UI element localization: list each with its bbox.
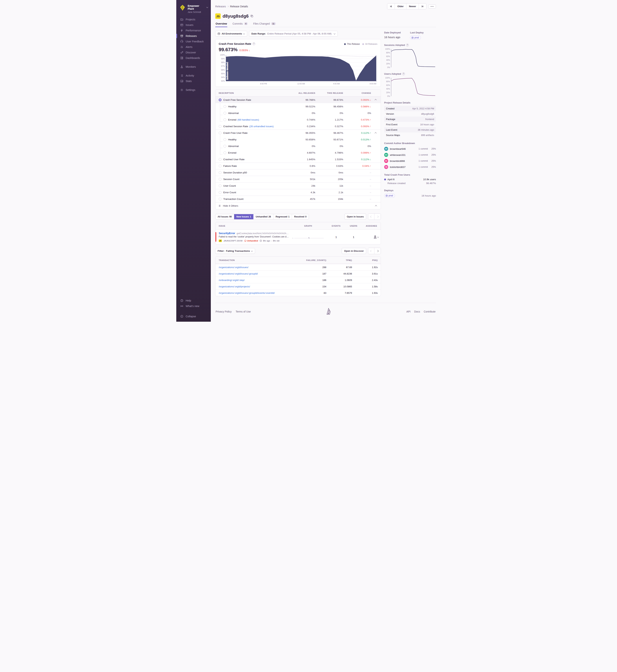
tab-new-issues[interactable]: New Issues1 — [234, 214, 253, 219]
metric-row-crash-free-user-rate[interactable]: Crash Free User Rate 98.355%98.467% 0.11… — [215, 129, 381, 136]
collapse-section-button[interactable] — [371, 132, 381, 134]
metric-radio[interactable] — [219, 198, 221, 201]
legend-this-release[interactable]: This Release — [344, 43, 360, 45]
metric-row-failure-rate[interactable]: Failure Rate 0.6%0.63% 0.04%↑ — [215, 162, 381, 169]
metric-radio[interactable] — [223, 145, 226, 147]
sidebar-item-user-feedback[interactable]: User Feedback — [176, 39, 211, 44]
metric-row-crashed-user-rate[interactable]: Crashed User Rate 1.645%1.533% 0.112%↓ — [215, 156, 381, 162]
prev-page-button[interactable] — [368, 248, 374, 254]
sidebar-item-dashboards[interactable]: Dashboards — [176, 55, 211, 61]
transaction-link[interactable]: /organizations/:orgId/issues/:groupId/ev… — [219, 292, 275, 294]
artifacts-link[interactable]: 899 artifacts — [421, 134, 434, 136]
tab-files-changed[interactable]: Files Changed11 — [253, 22, 276, 27]
sidebar-item-projects[interactable]: Projects — [176, 17, 211, 22]
metric-row-errored-users[interactable]: Errored 4.697%4.796% 0.099%↑ — [215, 149, 381, 156]
transactions-filter-selector[interactable]: Filter: Failing Transactions — [215, 248, 255, 254]
issue-title-link[interactable]: SecurityError — [219, 232, 235, 235]
crash-free-session-chart[interactable]: 100%99%98%97%96%95%94%93%8:00 PM12:00 AM… — [219, 54, 377, 85]
transaction-row[interactable]: /organizations/:orgId/issues/ 28867.691.… — [215, 264, 381, 270]
transaction-row[interactable]: /organizations/:orgId/issues/:groupId/ev… — [215, 290, 381, 296]
transaction-row[interactable]: /onboarding/:orgId/:step/ 1861.06092.43s — [215, 277, 381, 283]
unhandled-issues-link[interactable]: (26 unhandled issues) — [249, 125, 274, 128]
transaction-row[interactable]: /organizations/:orgId/issues/:groupId/ 1… — [215, 270, 381, 277]
metric-row-abnormal-users[interactable]: Abnormal 0%0% 0% — [215, 143, 381, 149]
sidebar-item-settings[interactable]: Settings — [176, 87, 211, 93]
sidebar-item-releases[interactable]: Releases — [176, 33, 211, 39]
tab-resolved[interactable]: Resolved0 — [292, 214, 309, 219]
metric-radio[interactable] — [219, 178, 221, 181]
org-switcher[interactable]: Empower Plant Jane Schmidt — [176, 3, 211, 17]
metric-row-healthy[interactable]: Healthy 99.022%98.456% 0.566%↓ — [215, 103, 381, 110]
open-in-discover-button[interactable]: Open in Discover — [342, 248, 366, 254]
sidebar-item-help[interactable]: Help — [176, 298, 211, 303]
newer-button[interactable]: Newer — [406, 3, 419, 9]
hide-others-button[interactable]: Hide 4 Others — [215, 202, 381, 209]
more-options-button[interactable] — [428, 4, 436, 8]
terms-of-use-link[interactable]: Terms of Use — [236, 310, 251, 313]
metric-row-errored[interactable]: Errored(68 handled issues) 0.744%1.217% … — [215, 116, 381, 123]
metric-radio[interactable] — [223, 112, 226, 114]
copy-version-button[interactable] — [250, 15, 253, 18]
metric-row-error-count[interactable]: Error Count 4.3k2.1k – — [215, 189, 381, 196]
metric-row-user-count[interactable]: User Count 24k11k – — [215, 183, 381, 189]
transaction-row[interactable]: /organizations/:orgId/projects/ 15410.08… — [215, 283, 381, 290]
next-page-button[interactable] — [374, 214, 381, 220]
transaction-link[interactable]: /onboarding/:orgId/:step/ — [219, 279, 245, 282]
older-button[interactable]: Older — [395, 3, 406, 9]
metric-row-healthy-users[interactable]: Healthy 93.658%93.671% 0.013%↑ — [215, 136, 381, 143]
metric-radio[interactable] — [223, 105, 226, 108]
metric-row-crash-free-session-rate[interactable]: Crash Free Session Rate 99.766%99.673% 0… — [215, 96, 381, 103]
prod-deploy-badge[interactable]: prod — [410, 36, 421, 40]
metric-row-abnormal[interactable]: Abnormal 0%0% 0% — [215, 110, 381, 116]
legend-all-releases[interactable]: All Releases — [362, 43, 377, 45]
sidebar-item-activity[interactable]: Activity — [176, 73, 211, 78]
metric-radio[interactable] — [219, 171, 221, 174]
assignee-selector[interactable] — [362, 235, 381, 239]
tab-all-issues[interactable]: All Issues90 — [215, 214, 234, 219]
collapse-section-button[interactable] — [371, 99, 381, 100]
open-in-issues-button[interactable]: Open in Issues — [345, 214, 366, 220]
sidebar-item-stats[interactable]: Stats — [176, 78, 211, 84]
metric-row-transaction-count[interactable]: Transaction Count 457k194k – — [215, 196, 381, 202]
sessions-adopted-chart[interactable]: 100%80%60%40%20%0% — [384, 48, 436, 69]
metric-row-crashed-session-rate[interactable]: Crashed Session Rate(26 unhandled issues… — [215, 123, 381, 129]
sidebar-item-issues[interactable]: Issues — [176, 22, 211, 28]
contribute-link[interactable]: Contribute — [424, 310, 436, 313]
newest-release-button[interactable] — [419, 3, 426, 9]
help-question-icon[interactable]: ? — [402, 72, 405, 75]
transaction-link[interactable]: /organizations/:orgId/projects/ — [219, 285, 250, 288]
api-link[interactable]: API — [406, 310, 411, 313]
prod-deploy-badge[interactable]: prod — [384, 194, 395, 198]
sidebar-item-discover[interactable]: Discover — [176, 50, 211, 55]
metric-radio[interactable] — [223, 138, 226, 141]
sidebar-collapse-button[interactable]: Collapse — [176, 314, 211, 319]
metric-row-session-duration[interactable]: Session Duration p50 0ms0ms – — [215, 169, 381, 176]
help-question-icon[interactable]: ? — [252, 42, 255, 45]
sidebar-item-whats-new[interactable]: What's new — [176, 303, 211, 309]
docs-link[interactable]: Docs — [414, 310, 420, 313]
metric-radio[interactable] — [219, 164, 221, 167]
transaction-link[interactable]: /organizations/:orgId/issues/:groupId/ — [219, 272, 258, 275]
metric-radio[interactable] — [223, 151, 226, 154]
next-page-button[interactable] — [374, 248, 381, 254]
prev-page-button[interactable] — [368, 214, 374, 220]
tab-regressed[interactable]: Regressed1 — [273, 214, 292, 219]
metric-radio[interactable] — [223, 118, 226, 121]
sidebar-item-alerts[interactable]: Alerts — [176, 44, 211, 50]
handled-issues-link[interactable]: (68 handled issues) — [237, 118, 259, 121]
metric-radio[interactable] — [219, 158, 221, 161]
sidebar-item-monitors[interactable]: Monitors — [176, 64, 211, 69]
issue-row[interactable]: SecurityError getCookie(data:text/html,%… — [215, 230, 381, 244]
environment-selector[interactable]: All Environments — [215, 31, 247, 36]
metric-radio[interactable] — [219, 125, 221, 128]
metric-radio[interactable] — [219, 191, 221, 194]
tab-commits[interactable]: Commits4 — [232, 22, 248, 27]
metric-radio[interactable] — [219, 131, 221, 134]
tab-unhandled[interactable]: Unhandled26 — [253, 214, 273, 219]
metric-radio-selected[interactable] — [219, 98, 221, 101]
breadcrumb-releases[interactable]: Releases — [215, 5, 226, 8]
privacy-policy-link[interactable]: Privacy Policy — [216, 310, 232, 313]
date-range-selector[interactable]: Date Range: Entire Release Period (Apr 0… — [249, 31, 338, 36]
tab-overview[interactable]: Overview — [215, 22, 227, 27]
sidebar-item-performance[interactable]: Performance — [176, 28, 211, 33]
